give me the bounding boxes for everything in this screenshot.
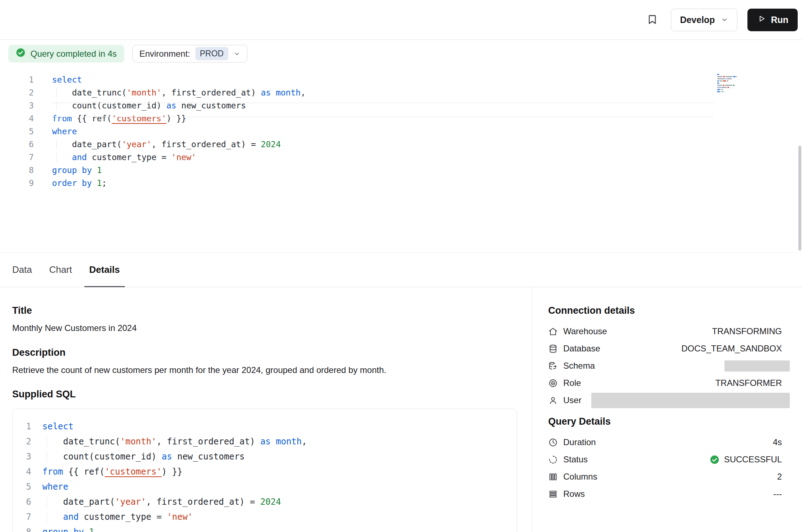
description-value: Retrieve the count of new customers per …	[12, 364, 518, 376]
code-line: 2 date_trunc('month', first_ordered_at) …	[13, 434, 517, 449]
tab-data[interactable]: Data	[12, 253, 32, 287]
detail-label: Rows	[563, 489, 585, 499]
detail-row-warehouse: WarehouseTRANSFORMING	[548, 323, 782, 340]
query-status-pill: Query completed in 4s	[8, 45, 124, 62]
details-left-pane: Title Monthly New Customers in 2024 Desc…	[0, 287, 532, 532]
detail-label: Status	[563, 454, 588, 465]
code-text: date_trunc('month', first_ordered_at) as…	[52, 86, 306, 99]
detail-row-role: RoleTRANSFORMER	[548, 374, 782, 392]
code-line: 6 date_part('year', first_ordered_at) = …	[13, 494, 517, 509]
code-line: 9order by 1;	[0, 177, 802, 190]
line-number: 3	[0, 99, 34, 112]
code-line: 7 and customer_type = 'new'	[0, 151, 802, 164]
detail-label: Warehouse	[563, 326, 607, 336]
run-button[interactable]: Run	[747, 9, 798, 31]
indent-guide	[56, 101, 57, 110]
code-text: from {{ ref('customers') }}	[52, 112, 186, 125]
line-number: 6	[0, 138, 34, 151]
code-text: and customer_type = 'new'	[52, 151, 196, 164]
query-details-rows: Duration4sStatusSUCCESSFULColumns2Rows--…	[548, 434, 782, 503]
connection-details-rows: WarehouseTRANSFORMINGDatabaseDOCS_TEAM_S…	[548, 323, 782, 409]
code-text: select	[42, 419, 74, 434]
title-heading: Title	[12, 305, 518, 316]
code-line: 6 date_part('year', first_ordered_at) = …	[0, 138, 802, 151]
code-line: 3 count(customer_id) as new_customers	[13, 449, 517, 464]
code-line: 5where	[0, 125, 802, 138]
code-line: 1select	[0, 73, 802, 86]
environment-label: Environment:	[139, 49, 190, 59]
details-panel: Title Monthly New Customers in 2024 Desc…	[0, 287, 802, 532]
warehouse-icon	[548, 327, 558, 336]
code-line: 4from {{ ref('customers') }}	[13, 464, 517, 479]
develop-dropdown-button[interactable]: Develop	[671, 9, 737, 31]
clock-icon	[548, 438, 558, 447]
indent-guide	[56, 88, 57, 97]
line-number: 9	[0, 177, 34, 190]
code-line: 8group by 1	[0, 164, 802, 177]
query-editor-page: Develop Run Query completed in 4s Enviro…	[0, 0, 802, 532]
schema-icon	[548, 361, 558, 371]
detail-row-schema: Schema	[548, 357, 782, 374]
detail-value: TRANSFORMER	[715, 378, 782, 388]
detail-value	[724, 360, 782, 372]
detail-row-rows: Rows---	[548, 485, 782, 503]
status-icon	[548, 455, 558, 465]
chevron-down-icon	[233, 50, 241, 57]
line-number: 8	[0, 164, 34, 177]
sql-code-editor[interactable]: 1select2 date_trunc('month', first_order…	[0, 73, 802, 190]
code-text: where	[52, 125, 77, 138]
columns-icon	[548, 472, 558, 482]
code-line: 5where	[13, 479, 517, 494]
indent-guide	[47, 496, 47, 508]
editor-minimap[interactable]	[717, 74, 755, 93]
code-text: count(customer_id) as new_customers	[52, 99, 246, 112]
redacted-value	[591, 393, 790, 408]
chevron-down-icon	[721, 16, 728, 24]
line-number: 4	[13, 464, 31, 479]
tab-details[interactable]: Details	[89, 253, 120, 287]
line-number: 1	[0, 73, 34, 86]
code-text: from {{ ref('customers') }}	[42, 464, 182, 479]
indent-guide	[47, 451, 47, 462]
vertical-scrollbar[interactable]	[798, 146, 801, 251]
line-number: 7	[13, 509, 31, 524]
environment-dropdown[interactable]: Environment: PROD	[132, 45, 247, 62]
code-text: and customer_type = 'new'	[42, 509, 193, 524]
detail-label: Database	[563, 344, 600, 354]
detail-value: 4s	[773, 437, 782, 447]
code-line: 4from {{ ref('customers') }}	[0, 112, 802, 125]
indent-guide	[47, 511, 47, 523]
bookmark-icon	[646, 13, 658, 27]
database-icon	[548, 344, 558, 354]
code-line: 8group by 1	[13, 524, 517, 532]
code-line: 3 count(customer_id) as new_customers	[0, 99, 802, 112]
description-heading: Description	[12, 347, 518, 358]
line-number: 2	[13, 434, 31, 449]
status-bar: Query completed in 4s Environment: PROD	[8, 45, 247, 62]
detail-label: Role	[563, 378, 581, 388]
line-number: 6	[13, 494, 31, 509]
line-number: 1	[13, 419, 31, 434]
check-circle-icon	[16, 48, 25, 60]
line-number: 3	[13, 449, 31, 464]
code-text: date_trunc('month', first_ordered_at) as…	[42, 434, 307, 449]
detail-value: SUCCESSFUL	[710, 454, 782, 465]
query-details-heading: Query Details	[548, 416, 782, 427]
check-circle-icon	[710, 455, 719, 465]
detail-value	[591, 393, 782, 408]
line-number: 7	[0, 151, 34, 164]
detail-row-duration: Duration4s	[548, 434, 782, 451]
bookmark-button[interactable]	[644, 11, 661, 28]
indent-guide	[47, 436, 47, 447]
code-text: group by 1	[52, 164, 102, 177]
tab-chart[interactable]: Chart	[49, 253, 72, 287]
line-number: 5	[0, 125, 34, 138]
detail-label: Columns	[563, 472, 597, 482]
run-label: Run	[771, 15, 788, 25]
detail-row-status: StatusSUCCESSFUL	[548, 451, 782, 468]
code-text: where	[42, 479, 68, 494]
code-text: date_part('year', first_ordered_at) = 20…	[52, 138, 281, 151]
detail-value: DOCS_TEAM_SANDBOX	[681, 344, 782, 354]
code-text: count(customer_id) as new_customers	[42, 449, 245, 464]
detail-value: 2	[777, 472, 782, 482]
